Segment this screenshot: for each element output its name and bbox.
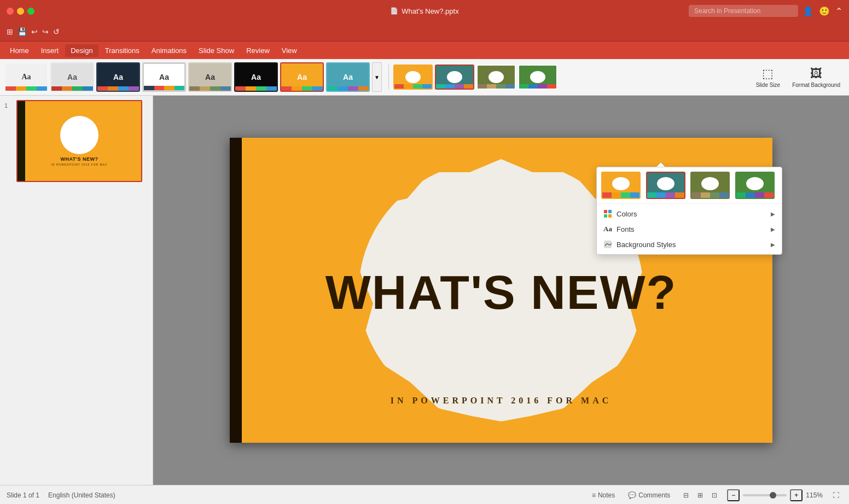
svg-rect-2 — [608, 210, 612, 213]
chevron-up-icon[interactable]: ⌃ — [835, 6, 842, 16]
title-bar-icons: 👤 🙂 ⌃ — [803, 6, 842, 16]
menu-view[interactable]: View — [276, 44, 303, 57]
menu-design[interactable]: Design — [65, 44, 98, 57]
toolbar: ⊞ 💾 ↩ ↪ ↺ — [0, 22, 849, 42]
svg-rect-3 — [604, 214, 607, 218]
menu-animations[interactable]: Animations — [146, 44, 192, 57]
svg-rect-1 — [604, 210, 607, 213]
theme-variant-grid — [597, 167, 782, 204]
fonts-arrow: ▶ — [771, 226, 775, 232]
status-right: ≡ Notes 💬 Comments ⊟ ⊞ ⊡ − + 115% ⛶ — [589, 489, 842, 501]
colors-arrow: ▶ — [771, 211, 775, 217]
variant-2[interactable] — [435, 65, 474, 90]
zoom-slider-track[interactable] — [743, 494, 787, 496]
slide-size-button[interactable]: ⬚ Slide Size — [752, 65, 784, 90]
bg-styles-arrow: ▶ — [771, 242, 775, 248]
slide-thumb-badge — [60, 116, 98, 154]
fonts-icon: Aa — [603, 225, 612, 233]
undo-icon[interactable]: ↩ — [31, 27, 38, 36]
dropdown-colors-item[interactable]: Colors ▶ — [597, 206, 782, 221]
window-controls[interactable] — [7, 8, 34, 15]
status-left: Slide 1 of 1 English (United States) — [7, 491, 115, 499]
canvas-area[interactable]: WHAT'S NEW? IN POWERPOINT 2016 FOR MAC — [153, 96, 849, 485]
normal-view-button[interactable]: ⊟ — [680, 490, 692, 500]
colors-icon — [603, 209, 612, 218]
redo-icon[interactable]: ↺ — [53, 27, 60, 36]
slide-thumbnail[interactable]: WHAT'S NEW? IN POWERPOINT 2016 FOR MAC — [16, 100, 142, 182]
variant-3[interactable] — [476, 65, 516, 90]
theme-4[interactable]: Aa — [142, 62, 186, 92]
slide-left-bar — [230, 138, 242, 443]
zoom-percent: 115% — [806, 491, 823, 499]
theme-selector-panel: Colors ▶ Aa Fonts ▶ — [596, 167, 782, 255]
fit-to-window-button[interactable]: ⛶ — [829, 490, 842, 500]
dropdown-variant-4[interactable] — [735, 172, 775, 199]
dropdown-menu-items: Colors ▶ Aa Fonts ▶ — [597, 204, 782, 254]
grid-view-button[interactable]: ⊞ — [694, 490, 706, 500]
background-styles-icon — [603, 240, 612, 249]
save-icon[interactable]: 💾 — [18, 27, 27, 36]
slide-thumbnail-wrapper: 1 WHAT'S NEW? IN POWERPOINT 2016 FOR MAC — [4, 100, 148, 182]
theme-6[interactable]: Aa — [234, 62, 278, 92]
zoom-slider-thumb[interactable] — [770, 492, 776, 499]
zoom-control: − + 115% — [727, 489, 823, 501]
close-button[interactable] — [7, 8, 14, 15]
title-bar: 📄 What's New?.pptx 👤 🙂 ⌃ — [0, 0, 849, 22]
slide-thumb-subtitle: IN POWERPOINT 2016 FOR MAC — [51, 163, 107, 166]
user-icon[interactable]: 👤 — [803, 6, 813, 16]
theme-7[interactable]: Aa — [280, 62, 324, 92]
language-info: English (United States) — [48, 491, 115, 499]
cloud-shape — [612, 177, 630, 190]
dropdown-variant-2[interactable] — [646, 172, 685, 199]
search-input[interactable] — [689, 5, 798, 17]
view-buttons: ⊟ ⊞ ⊡ — [680, 490, 720, 500]
theme-2[interactable]: Aa — [50, 62, 94, 92]
theme-1[interactable]: Aa — [4, 62, 48, 92]
colors-item-left: Colors — [603, 209, 637, 218]
zoom-out-button[interactable]: − — [727, 489, 740, 501]
undo-arrow-icon[interactable]: ↪ — [42, 27, 49, 36]
menu-insert[interactable]: Insert — [36, 44, 65, 57]
blob-shape — [63, 121, 96, 149]
menu-transitions[interactable]: Transitions — [100, 44, 145, 57]
format-background-icon: 🖼 — [810, 67, 822, 81]
reading-view-button[interactable]: ⊡ — [708, 490, 720, 500]
title-bar-right: 👤 🙂 ⌃ — [689, 5, 842, 17]
menu-home[interactable]: Home — [4, 44, 34, 57]
cloud-shape — [657, 177, 674, 190]
theme-5[interactable]: Aa — [188, 62, 232, 92]
dropdown-bg-styles-item[interactable]: Background Styles ▶ — [597, 237, 782, 252]
notes-icon: ≡ — [592, 491, 596, 499]
variant-1[interactable] — [393, 65, 433, 90]
themes-expand-button[interactable]: ▼ — [372, 62, 382, 92]
slide-title[interactable]: WHAT'S NEW? — [325, 268, 677, 317]
dropdown-variant-1[interactable] — [601, 172, 641, 199]
maximize-button[interactable] — [27, 8, 34, 15]
ribbon: Aa Aa Aa Aa Aa Aa — [0, 59, 849, 96]
zoom-in-button[interactable]: + — [790, 489, 803, 501]
dropdown-fonts-item[interactable]: Aa Fonts ▶ — [597, 221, 782, 237]
cloud-shape — [701, 177, 719, 190]
variant-4[interactable] — [518, 65, 557, 90]
slide-panel: 1 WHAT'S NEW? IN POWERPOINT 2016 FOR MAC — [0, 96, 153, 485]
format-background-button[interactable]: 🖼 Format Background — [788, 65, 845, 90]
slide-thumb-title: WHAT'S NEW? — [61, 156, 98, 162]
menu-review[interactable]: Review — [241, 44, 275, 57]
slide-number: 1 — [4, 102, 13, 109]
grid-icon[interactable]: ⊞ — [7, 27, 13, 36]
theme-8[interactable]: Aa — [326, 62, 370, 92]
emoji-icon[interactable]: 🙂 — [819, 6, 830, 16]
comments-button[interactable]: 💬 Comments — [625, 490, 673, 500]
fonts-item-left: Aa Fonts — [603, 225, 635, 233]
slide-subtitle[interactable]: IN POWERPOINT 2016 FOR MAC — [391, 396, 612, 406]
slide-thumb-left-bar — [18, 101, 25, 181]
slide-size-icon: ⬚ — [762, 67, 774, 81]
dropdown-variant-3[interactable] — [690, 172, 730, 199]
menu-bar: Home Insert Design Transitions Animation… — [0, 42, 849, 59]
notes-button[interactable]: ≡ Notes — [589, 490, 618, 500]
theme-3[interactable]: Aa — [96, 62, 140, 92]
minimize-button[interactable] — [17, 8, 24, 15]
dropdown-container[interactable]: Colors ▶ Aa Fonts ▶ — [596, 167, 782, 255]
comments-icon: 💬 — [628, 491, 636, 499]
menu-slideshow[interactable]: Slide Show — [193, 44, 240, 57]
